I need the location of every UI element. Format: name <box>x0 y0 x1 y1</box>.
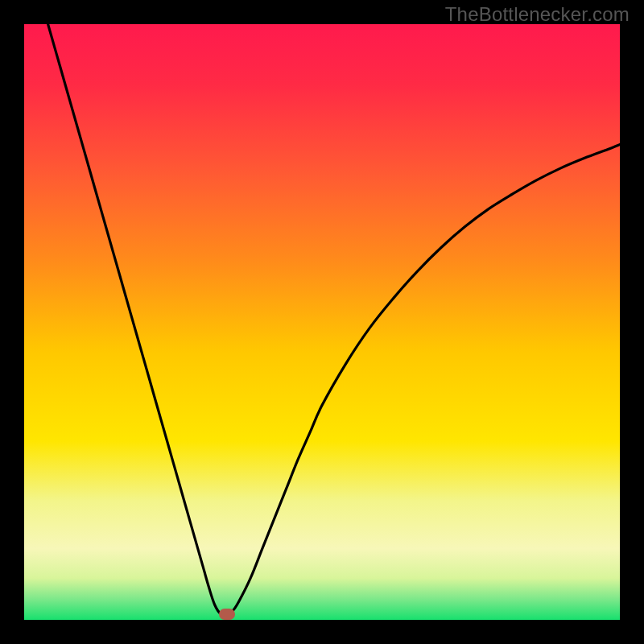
chart-frame: TheBottlenecker.com <box>0 0 644 644</box>
bottleneck-curve <box>48 24 620 615</box>
chart-svg <box>24 24 620 620</box>
plot-area <box>24 24 620 620</box>
watermark-text: TheBottlenecker.com <box>445 3 630 26</box>
gradient-background <box>24 24 620 620</box>
optimal-point-marker <box>219 609 235 620</box>
